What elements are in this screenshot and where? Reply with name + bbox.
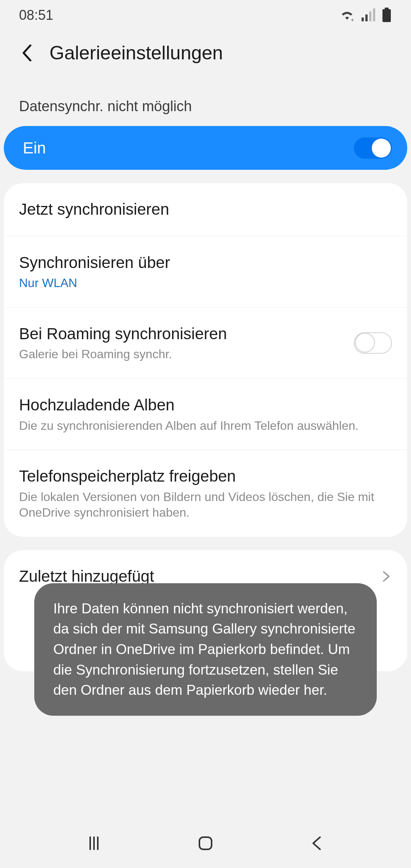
row-subtitle: Die lokalen Versionen von Bildern und Vi…	[19, 489, 392, 521]
status-icons: +	[339, 8, 392, 23]
chevron-right-icon	[381, 571, 392, 582]
row-subtitle: Die zu synchronisierenden Alben auf Ihre…	[19, 418, 392, 434]
svg-rect-4	[373, 8, 375, 21]
row-roaming[interactable]: Bei Roaming synchronisieren Galerie bei …	[4, 308, 407, 379]
wifi-icon: +	[339, 8, 355, 22]
nav-bar	[0, 819, 411, 868]
row-title: Jetzt synchronisieren	[19, 199, 392, 220]
back-button[interactable]	[19, 45, 34, 61]
svg-rect-5	[385, 8, 389, 9]
row-title: Telefonspeicherplatz freigeben	[19, 466, 392, 487]
svg-rect-3	[369, 11, 371, 21]
row-free-space[interactable]: Telefonspeicherplatz freigeben Die lokal…	[4, 450, 407, 537]
recents-icon	[86, 835, 102, 852]
row-albums[interactable]: Hochzuladende Alben Die zu synchronisier…	[4, 379, 407, 450]
row-title: Bei Roaming synchronisieren	[19, 324, 354, 345]
chevron-left-icon	[21, 45, 32, 61]
page-title: Galerieeinstellungen	[49, 42, 223, 64]
row-title: Hochzuladende Alben	[19, 395, 392, 416]
home-icon	[197, 835, 214, 852]
nav-back[interactable]	[304, 830, 330, 857]
svg-rect-10	[199, 837, 212, 849]
svg-rect-2	[365, 14, 368, 21]
back-icon	[309, 835, 325, 852]
svg-text:+: +	[351, 17, 354, 22]
row-subtitle: Nur WLAN	[19, 275, 392, 291]
signal-icon	[361, 8, 376, 22]
section-label: Datensynchr. nicht möglich	[0, 75, 411, 126]
battery-icon	[381, 8, 392, 23]
svg-rect-6	[382, 9, 391, 22]
status-time: 08:51	[19, 7, 53, 23]
svg-rect-1	[362, 18, 364, 21]
row-sync-via[interactable]: Synchronisieren über Nur WLAN	[4, 236, 407, 308]
nav-home[interactable]	[192, 830, 219, 857]
status-bar: 08:51 +	[0, 0, 411, 30]
row-subtitle: Galerie bei Roaming synchr.	[19, 346, 354, 362]
row-title: Synchronisieren über	[19, 252, 392, 273]
settings-card: Jetzt synchronisieren Synchronisieren üb…	[4, 183, 407, 537]
row-sync-now[interactable]: Jetzt synchronisieren	[4, 183, 407, 236]
nav-recents[interactable]	[81, 830, 107, 857]
master-switch[interactable]	[354, 137, 392, 159]
toast-message: Ihre Daten können nicht synchronisiert w…	[34, 583, 377, 716]
master-toggle-label: Ein	[23, 139, 46, 157]
master-sync-toggle[interactable]: Ein	[4, 126, 407, 170]
header: Galerieeinstellungen	[0, 30, 411, 75]
roaming-switch[interactable]	[354, 332, 392, 354]
